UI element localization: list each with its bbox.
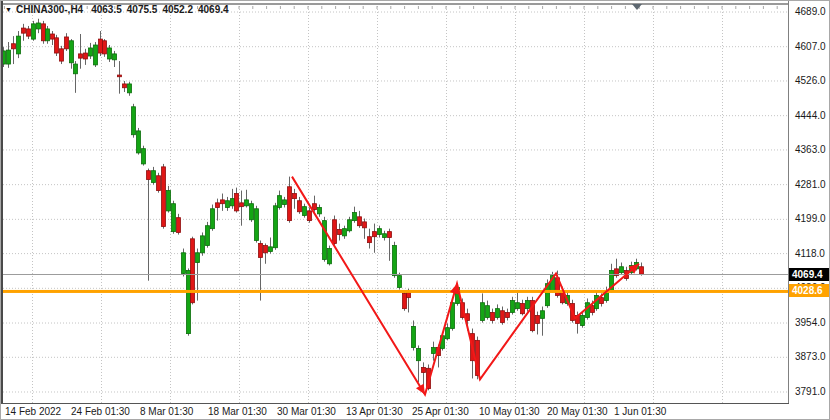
candle-bullish (581, 315, 585, 325)
price-tick-label: 4118.0 (795, 248, 825, 259)
candle-bearish (264, 246, 268, 253)
candle-bearish (368, 237, 372, 243)
price-tick-label: 4281.0 (795, 179, 826, 190)
candle-bearish (12, 44, 16, 49)
candle-bullish (74, 64, 78, 74)
candle-bullish (37, 23, 41, 29)
time-tick-label: 14 Feb 2022 (5, 406, 61, 417)
candle-bullish (211, 209, 215, 229)
symbol-period-label: CHINA300-,H4 (16, 4, 83, 15)
candle-bullish (142, 149, 146, 164)
candle-bearish (118, 75, 122, 77)
candle-bearish (388, 232, 392, 238)
candle-bearish (338, 230, 342, 235)
candle-bearish (293, 194, 297, 199)
candle-bearish (313, 204, 317, 210)
candle-bearish (240, 203, 244, 207)
candle-bullish (620, 267, 624, 273)
candle-bullish (398, 276, 402, 288)
trend-arrow-line[interactable] (292, 177, 639, 395)
scroll-position-marker-icon[interactable] (632, 4, 642, 10)
candle-bullish (226, 201, 230, 208)
candle-bullish (417, 348, 421, 360)
symbol-dropdown-icon[interactable]: ▼ (5, 6, 12, 13)
candle-bullish (108, 48, 112, 59)
candle-bearish (640, 267, 644, 274)
price-tick-label: 4607.0 (795, 41, 826, 52)
candle-bullish (187, 271, 191, 334)
candle-bullish (283, 200, 287, 205)
candle-bullish (481, 303, 485, 321)
candle-bullish (511, 301, 515, 313)
candle-bearish (373, 232, 377, 237)
price-axis[interactable]: 4689.04607.04526.04444.04363.04281.04199… (789, 1, 830, 404)
grid-layer (3, 6, 788, 403)
candle-bullish (245, 200, 249, 206)
candle-bearish (288, 187, 292, 221)
candle-bullish (378, 229, 382, 235)
candle-bearish (308, 211, 312, 221)
candle-bullish (201, 236, 205, 253)
candle-bullish (328, 249, 332, 264)
candle-bearish (407, 293, 411, 298)
time-tick-label: 30 Mar 01:30 (277, 406, 336, 417)
candle-bullish (269, 247, 273, 252)
candle-bearish (99, 39, 103, 53)
quote-low: 4052.2 (162, 4, 193, 15)
candle-bullish (17, 36, 21, 54)
candle-bearish (259, 243, 263, 257)
candle-bearish (84, 53, 88, 59)
price-tick-label: 4363.0 (795, 144, 826, 155)
candle-bearish (333, 220, 337, 244)
candle-bullish (167, 191, 171, 211)
candle-bullish (486, 306, 490, 318)
candle-bearish (22, 28, 26, 33)
candle-bullish (113, 54, 117, 60)
candle-bullish (255, 209, 259, 241)
price-tick-label: 4199.0 (795, 213, 826, 224)
time-tick-label: 24 Feb 01:30 (71, 406, 130, 417)
candle-bullish (89, 48, 93, 56)
candle-bearish (216, 203, 220, 208)
candle-bullish (303, 207, 307, 216)
quote-close: 4069.4 (198, 4, 229, 15)
candle-bullish (348, 220, 352, 231)
candle-bearish (147, 171, 151, 180)
time-tick-label: 13 Apr 01:30 (346, 406, 403, 417)
candle-bearish (123, 84, 127, 88)
candle-bullish (196, 253, 200, 263)
candle-bearish (157, 176, 161, 191)
candle-bullish (32, 24, 36, 39)
candle-bearish (501, 311, 505, 323)
candle-bullish (353, 213, 357, 221)
candle-bullish (383, 234, 387, 238)
candle-bearish (591, 306, 595, 313)
candle-bullish (526, 301, 530, 309)
candle-bullish (231, 199, 235, 206)
candle-bearish (298, 201, 302, 212)
quote-open: 4063.5 (91, 4, 122, 15)
candle-bullish (128, 84, 132, 93)
candle-bearish (491, 312, 495, 320)
candle-bullish (137, 131, 141, 153)
price-tick-label: 3873.0 (795, 351, 826, 362)
horizontal-line-tool[interactable] (3, 290, 788, 293)
candle-bullish (206, 226, 210, 246)
price-tick-label: 3954.0 (795, 317, 826, 328)
price-tick-label: 4526.0 (795, 75, 826, 86)
candle-bullish (541, 311, 545, 319)
candle-bearish (177, 218, 181, 233)
candle-bearish (162, 167, 166, 227)
time-tick-label: 25 Apr 01:30 (412, 406, 469, 417)
price-tick-label: 4444.0 (795, 110, 826, 121)
candle-bullish (46, 29, 50, 41)
chart-canvas[interactable] (1, 1, 830, 420)
candle-bullish (432, 348, 436, 354)
price-tick-label: 3791.0 (795, 386, 826, 397)
candle-bearish (42, 24, 46, 41)
time-axis[interactable]: 14 Feb 202224 Feb 01:308 Mar 01:3018 Mar… (1, 404, 830, 420)
time-tick-label: 10 May 01:30 (479, 406, 540, 417)
candle-bearish (506, 312, 510, 317)
quote-high: 4075.5 (127, 4, 158, 15)
candle-bullish (496, 309, 500, 318)
